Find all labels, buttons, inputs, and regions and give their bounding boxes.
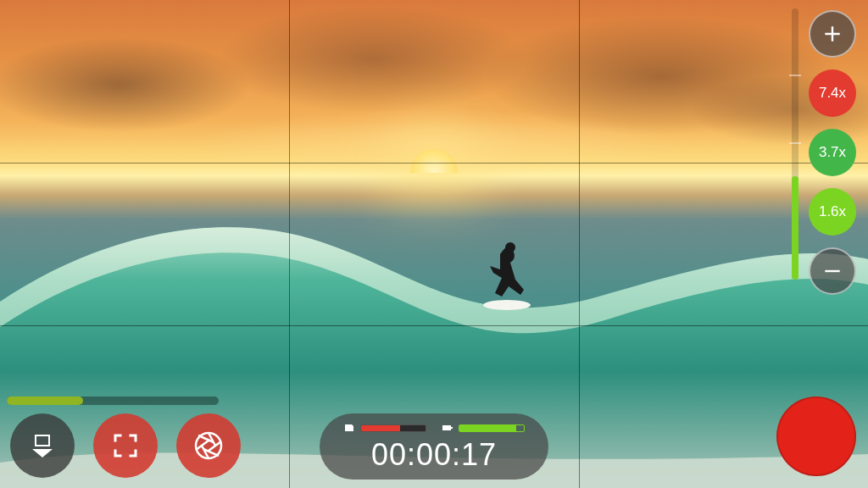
svg-rect-5 [451, 427, 453, 429]
zoom-preset-label: 7.4x [819, 85, 846, 102]
aperture-icon [192, 429, 225, 463]
zoom-in-button[interactable] [809, 10, 856, 58]
battery-level-bar [459, 424, 525, 432]
zoom-preset-1[interactable]: 7.4x [809, 69, 856, 117]
svg-rect-4 [442, 425, 451, 430]
zoom-slider-fill [792, 176, 798, 280]
camera-viewfinder: 7.4x 3.7x 1.6x [0, 0, 868, 488]
timer-panel: 00:00:17 [320, 413, 548, 480]
gallery-icon [25, 429, 59, 463]
focus-frame-icon [108, 429, 142, 463]
bottom-left-controls [10, 413, 241, 478]
zoom-slider-track[interactable] [792, 8, 798, 280]
svg-rect-2 [36, 435, 49, 446]
svg-point-0 [483, 300, 531, 310]
storage-level-bar [360, 424, 426, 432]
svg-point-1 [505, 242, 515, 252]
exposure-fill [7, 396, 83, 405]
levels-row [343, 422, 525, 434]
grid-line-v2 [579, 0, 580, 488]
gallery-button[interactable] [10, 413, 75, 478]
zoom-preset-2[interactable]: 3.7x [809, 129, 856, 176]
battery-level-fill [459, 425, 516, 431]
zoom-tick [789, 75, 801, 76]
battery-indicator [442, 422, 525, 434]
zoom-tick [789, 142, 801, 144]
surfer [475, 237, 534, 313]
zoom-controls: 7.4x 3.7x 1.6x [809, 10, 856, 295]
exposure-bar[interactable] [7, 396, 219, 405]
recording-timer: 00:00:17 [371, 437, 497, 473]
storage-icon [343, 422, 355, 434]
zoom-preset-label: 1.6x [819, 203, 846, 220]
grid-line-h1 [0, 163, 868, 164]
focus-frame-button[interactable] [93, 413, 158, 478]
grid-line-h2 [0, 325, 868, 326]
storage-level-fill [361, 425, 400, 431]
aperture-button[interactable] [176, 413, 241, 478]
zoom-preset-label: 3.7x [819, 144, 846, 161]
record-button[interactable] [776, 396, 856, 476]
grid-line-v1 [289, 0, 290, 488]
zoom-preset-3[interactable]: 1.6x [809, 188, 856, 236]
battery-icon [442, 422, 453, 434]
minus-icon [821, 260, 843, 282]
zoom-out-button[interactable] [809, 247, 856, 295]
plus-icon [821, 23, 843, 45]
storage-indicator [343, 422, 426, 434]
